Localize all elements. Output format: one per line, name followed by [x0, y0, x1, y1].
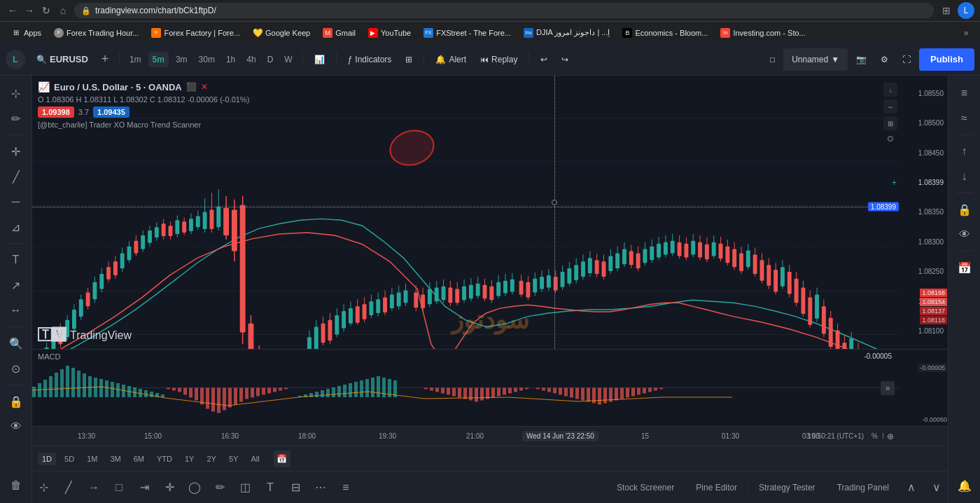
unnamed-button[interactable]: Unnamed ▼ — [783, 48, 848, 71]
drawing-eraser[interactable]: ◫ — [234, 476, 256, 499]
add-symbol-button[interactable]: + — [97, 51, 113, 68]
magnet-tool[interactable]: ⊙ — [4, 357, 28, 380]
drawing-arrow[interactable]: → — [83, 476, 105, 499]
chart-zoom[interactable]: ⊞ — [883, 116, 897, 130]
bookmarks-more-icon[interactable]: » — [958, 25, 974, 41]
undo-button[interactable]: ↩ — [535, 50, 553, 69]
hide-tool[interactable]: 👁 — [4, 415, 28, 439]
zoom-tool[interactable]: 🔍 — [4, 331, 28, 355]
rs-eye-btn[interactable]: 👁 — [953, 223, 976, 247]
pencil-draw-tool[interactable]: ✏ — [4, 106, 28, 130]
bookmark-bloomberg[interactable]: B Economics - Bloom... — [617, 25, 713, 41]
drawing-line[interactable]: ╱ — [57, 476, 80, 499]
timeframe-30m[interactable]: 30m — [195, 52, 219, 67]
bottom-panel-strategy-tester[interactable]: Strategy Tester — [750, 476, 823, 499]
lock-tool[interactable]: 🔒 — [4, 390, 28, 413]
chart-expand[interactable]: ↔ — [883, 99, 897, 113]
chart-type-button[interactable]: 📊 — [309, 50, 330, 69]
timeframe-4h[interactable]: 4h — [242, 52, 260, 67]
alert-button[interactable]: 🔔 Alert — [430, 50, 472, 69]
regression-tool[interactable]: ⊿ — [4, 215, 28, 239]
period-5y[interactable]: 5Y — [225, 453, 242, 465]
panel-expand[interactable]: ∨ — [925, 476, 948, 499]
crosshair-tool[interactable]: ✛ — [4, 139, 28, 163]
drawing-rect[interactable]: □ — [108, 476, 130, 499]
bookmark-apps[interactable]: ⊞ Apps — [6, 25, 47, 41]
templates-button[interactable]: ⊞ — [400, 50, 418, 69]
fullscreen-mini-button[interactable]: □ — [764, 50, 780, 69]
drawing-text[interactable]: T — [259, 476, 281, 499]
rs-lock-btn[interactable]: 🔒 — [953, 198, 976, 221]
period-5d[interactable]: 5D — [60, 453, 78, 465]
home-button[interactable]: ⌂ — [56, 4, 70, 18]
forward-button[interactable]: → — [22, 4, 36, 18]
indicator-label: [@btc_charlie] Trader XO Macro Trend Sca… — [38, 120, 249, 129]
rs-calendar-btn[interactable]: 📅 — [953, 256, 976, 280]
period-2y[interactable]: 2Y — [202, 453, 220, 465]
bookmark-forex-hours[interactable]: F Forex Trading Hour... — [48, 25, 144, 41]
drawing-more2[interactable]: ≡ — [335, 476, 357, 499]
publish-button[interactable]: Publish — [919, 48, 974, 71]
rs-up-btn[interactable]: ↑ — [953, 139, 976, 163]
timeframe-1h[interactable]: 1h — [222, 52, 239, 67]
bookmark-gkeep[interactable]: 💛 Google Keep — [247, 25, 316, 41]
rs-alerts-btn[interactable]: ≡ — [953, 81, 976, 105]
symbol-selector[interactable]: 🔍 EURUSD — [31, 51, 94, 67]
drawing-more1[interactable]: ⋯ — [309, 476, 332, 499]
back-button[interactable]: ← — [6, 4, 20, 18]
rs-notify-btn[interactable]: 🔔 — [953, 474, 976, 497]
settings-button[interactable]: ⚙ — [875, 50, 894, 69]
redo-button[interactable]: ↪ — [556, 50, 574, 69]
chart-scroll-down[interactable]: ↓ — [883, 83, 897, 97]
bottom-panel-pine-editor[interactable]: Pine Editor — [687, 476, 746, 499]
address-bar[interactable]: 🔒 tradingview.com/chart/bCk1ftpD/ — [74, 3, 934, 18]
cursor-tool[interactable]: ⊹ — [4, 81, 28, 105]
camera-button[interactable]: 📷 — [850, 50, 872, 69]
period-1y[interactable]: 1Y — [181, 453, 198, 465]
drawing-parallel[interactable]: ⊟ — [284, 476, 307, 499]
bookmark-youtube[interactable]: ▶ YouTube — [363, 25, 416, 41]
drawing-move[interactable]: ⇥ — [133, 476, 155, 499]
chart-main[interactable]: 📈 Euro / U.S. Dollar · 5 · OANDA ⬛ ✕ O 1… — [32, 76, 948, 349]
bookmark-gmail[interactable]: M Gmail — [317, 25, 361, 41]
drawing-cursor[interactable]: ⊹ — [32, 476, 55, 499]
rs-down-btn[interactable]: ↓ — [953, 165, 976, 188]
timeframe-1m[interactable]: 1m — [125, 52, 146, 67]
replay-button[interactable]: ⏮ Replay — [475, 50, 523, 69]
text-tool[interactable]: T — [4, 248, 28, 272]
indicators-button[interactable]: ƒ Indicators — [342, 50, 398, 69]
drawing-cross[interactable]: ✛ — [158, 476, 181, 499]
period-ytd[interactable]: YTD — [153, 453, 176, 465]
profile-icon[interactable]: L — [958, 2, 974, 19]
timeframe-3m[interactable]: 3m — [172, 52, 192, 67]
timeline-zoom-control[interactable]: ⊕ — [883, 429, 897, 443]
period-1m[interactable]: 1M — [83, 453, 102, 465]
period-6m[interactable]: 6M — [130, 453, 148, 465]
measure-tool[interactable]: ↔ — [4, 298, 28, 322]
drawing-pencil[interactable]: ✏ — [209, 476, 231, 499]
bookmark-fxstreet[interactable]: FX FXStreet - The Fore... — [418, 25, 517, 41]
trend-line-tool[interactable]: ╱ — [4, 165, 28, 188]
timeframe-d[interactable]: D — [263, 52, 278, 67]
rs-watchlist-btn[interactable]: ≈ — [953, 106, 976, 130]
drawing-lasso[interactable]: ◯ — [183, 476, 206, 499]
timeframe-w[interactable]: W — [280, 52, 296, 67]
period-all[interactable]: All — [246, 453, 263, 465]
bottom-panel-stock-screener[interactable]: Stock Screener — [608, 476, 682, 499]
bookmark-forex-factory[interactable]: F Forex Factory | Fore... — [146, 25, 246, 41]
extensions-icon[interactable]: ⊞ — [938, 2, 955, 19]
arrow-tool[interactable]: ↗ — [4, 273, 28, 297]
bookmark-investing[interactable]: In Investing.com - Sto... — [715, 25, 811, 41]
fullscreen-button[interactable]: ⛶ — [897, 50, 916, 69]
horizontal-line-tool[interactable]: ─ — [4, 190, 28, 214]
refresh-button[interactable]: ↻ — [39, 4, 53, 18]
period-3m[interactable]: 3M — [106, 453, 125, 465]
panel-collapse[interactable]: ∧ — [900, 476, 923, 499]
timeframe-5m[interactable]: 5m — [148, 52, 169, 67]
bottom-panel-trading-panel[interactable]: Trading Panel — [829, 476, 897, 499]
period-calendar[interactable]: 📅 — [274, 450, 290, 467]
delete-tool[interactable]: 🗑 — [4, 474, 28, 497]
bookmark-djia[interactable]: Inv DJIA اِ... | داجونز امروز — [518, 25, 616, 41]
period-1d[interactable]: 1D — [38, 453, 56, 465]
macd-scroll-arrow[interactable]: » — [881, 381, 895, 395]
